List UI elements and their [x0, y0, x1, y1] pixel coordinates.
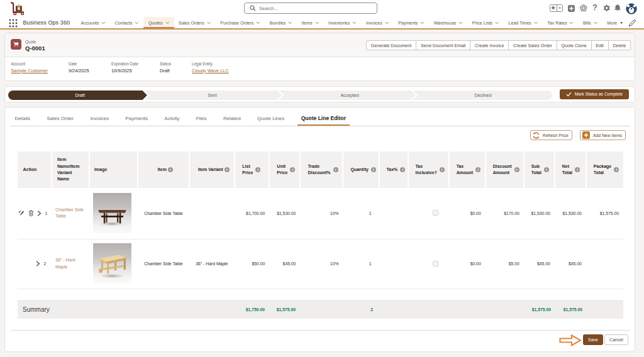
svg-text:Sent: Sent: [208, 93, 216, 97]
svg-text:Draft: Draft: [75, 93, 84, 97]
svg-text:Declined: Declined: [474, 93, 491, 97]
svg-text:Accepted: Accepted: [340, 93, 358, 98]
